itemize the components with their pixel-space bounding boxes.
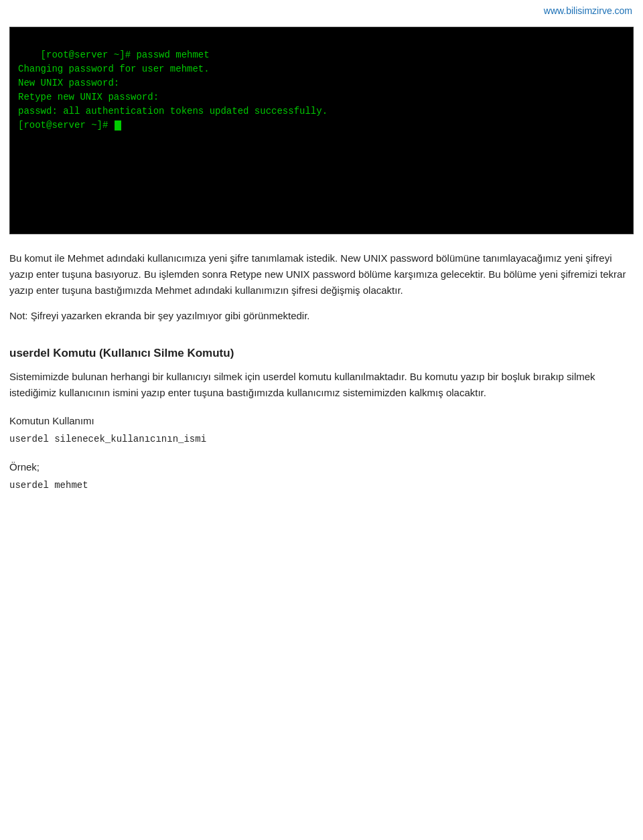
section-subtext: Sistemimizde bulunan herhangi bir kullan… bbox=[9, 369, 634, 401]
main-content: Bu komut ile Mehmet adındaki kullanıcımı… bbox=[9, 250, 634, 493]
terminal-cursor bbox=[115, 120, 121, 131]
website-url[interactable]: www.bilisimzirve.com bbox=[544, 5, 632, 16]
terminal-block: [root@server ~]# passwd mehmet Changing … bbox=[9, 27, 634, 234]
example-code: userdel mehmet bbox=[9, 478, 634, 493]
note-paragraph: Not: Şifreyi yazarken ekranda bir şey ya… bbox=[9, 308, 634, 324]
terminal-output: [root@server ~]# passwd mehmet Changing … bbox=[18, 34, 625, 147]
section-heading: userdel Komutu (Kullanıcı Silme Komutu) bbox=[9, 344, 634, 362]
usage-label: Komutun Kullanımı bbox=[9, 413, 634, 429]
terminal-line-1: [root@server ~]# passwd mehmet Changing … bbox=[18, 50, 328, 131]
usage-code: userdel silenecek_kullanıcının_ismi bbox=[9, 432, 634, 446]
intro-paragraph: Bu komut ile Mehmet adındaki kullanıcımı… bbox=[9, 250, 634, 299]
example-label: Örnek; bbox=[9, 459, 634, 475]
